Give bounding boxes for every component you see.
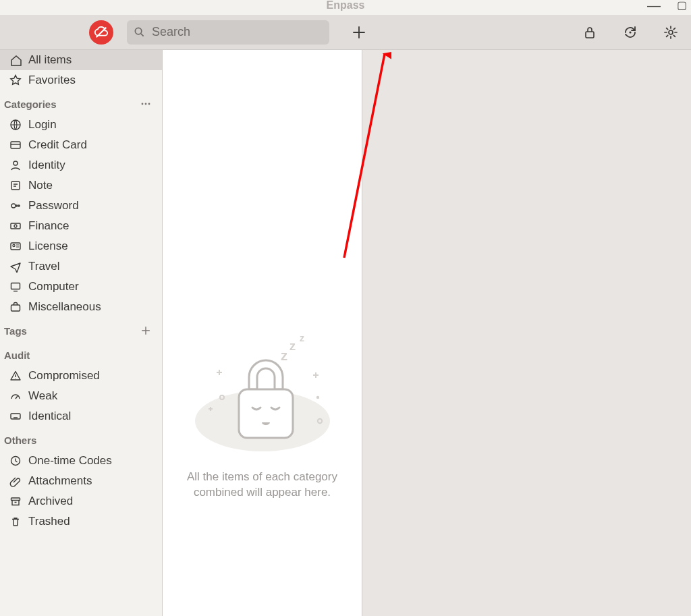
sidebar-item-label: Identical (28, 410, 71, 423)
star-icon (9, 74, 22, 86)
person-icon (9, 159, 22, 171)
cloud-sync-disabled-button[interactable] (89, 20, 113, 45)
card-icon (9, 139, 22, 151)
sidebar-item-label: Finance (28, 219, 69, 233)
more-icon (140, 98, 152, 110)
lock-icon (582, 25, 597, 40)
plus-icon (352, 25, 366, 40)
svg-rect-24 (239, 389, 293, 438)
sidebar-item-label: Travel (28, 260, 60, 273)
clock-icon (9, 455, 22, 467)
sidebar-item-identity[interactable]: Identity (0, 155, 162, 175)
home-icon (9, 54, 22, 66)
sidebar-item-label: Password (28, 199, 79, 213)
plane-icon (9, 260, 22, 273)
svg-rect-17 (586, 32, 594, 38)
sidebar-item-label: Miscellaneous (28, 300, 101, 314)
add-item-button[interactable] (344, 18, 374, 47)
gauge-icon (9, 390, 22, 402)
sidebar-item-note[interactable]: Note (0, 175, 162, 196)
trash-icon (9, 515, 22, 528)
sidebar-item-weak[interactable]: Weak (0, 386, 162, 406)
svg-text:z: z (300, 333, 304, 343)
window-maximize-button[interactable]: ▢ (677, 0, 687, 12)
sidebar-item-all-items[interactable]: All items (0, 50, 162, 70)
svg-point-19 (669, 30, 673, 34)
search-field[interactable] (127, 20, 329, 45)
archive-icon (9, 495, 22, 507)
idcard-icon (9, 240, 22, 252)
sidebar-item-password[interactable]: Password (0, 196, 162, 216)
window-title: Enpass (327, 0, 365, 11)
sidebar-item-label: Identity (28, 159, 65, 172)
empty-text-line-1: All the items of each category (187, 470, 337, 485)
sidebar-item-label: License (28, 240, 68, 253)
sidebar-item-miscellaneous[interactable]: Miscellaneous (0, 297, 162, 317)
sidebar-item-computer[interactable]: Computer (0, 277, 162, 297)
sidebar-item-label: Favorites (28, 74, 76, 87)
sidebar-item-label: Credit Card (28, 138, 87, 152)
sidebar: All items Favorites Categories Login Cre… (0, 50, 163, 616)
toolbar (0, 15, 691, 50)
svg-point-29 (316, 396, 319, 399)
search-icon (134, 26, 145, 38)
svg-point-22 (148, 103, 150, 105)
sync-button[interactable] (615, 18, 645, 47)
sidebar-item-identical[interactable]: Identical (0, 406, 162, 426)
sidebar-item-compromised[interactable]: Compromised (0, 366, 162, 386)
detail-pane (362, 50, 691, 616)
sidebar-item-label: Login (28, 118, 57, 132)
key-icon (9, 200, 22, 212)
svg-point-20 (142, 103, 144, 105)
briefcase-icon (9, 301, 22, 313)
cash-icon (9, 220, 22, 232)
svg-point-15 (135, 28, 141, 34)
keyboard-icon (9, 410, 22, 422)
sidebar-item-archived[interactable]: Archived (0, 491, 162, 511)
sidebar-item-license[interactable]: License (0, 236, 162, 256)
gear-icon (663, 25, 678, 40)
sidebar-item-label: Archived (28, 495, 73, 508)
svg-line-16 (141, 34, 144, 36)
warning-icon (9, 370, 22, 382)
monitor-icon (9, 281, 22, 293)
sidebar-item-favorites[interactable]: Favorites (0, 70, 162, 90)
settings-button[interactable] (656, 18, 686, 47)
audit-header: Audit (4, 349, 30, 361)
categories-menu-button[interactable] (139, 97, 153, 111)
titlebar: Enpass — ▢ (0, 0, 691, 15)
sidebar-item-attachments[interactable]: Attachments (0, 471, 162, 491)
svg-text:z: z (289, 339, 296, 353)
empty-illustration-icon: z z z (185, 333, 340, 455)
sync-icon (623, 25, 638, 40)
sidebar-item-label: Compromised (28, 369, 100, 383)
sidebar-item-credit-card[interactable]: Credit Card (0, 135, 162, 155)
search-input[interactable] (150, 24, 323, 40)
item-list-pane: z z z All the items of each category com… (163, 50, 362, 616)
tags-header: Tags (4, 325, 27, 337)
svg-point-18 (629, 31, 631, 33)
sidebar-item-label: Attachments (28, 474, 92, 488)
sidebar-item-login[interactable]: Login (0, 115, 162, 135)
plus-icon (140, 325, 151, 336)
empty-state: z z z All the items of each category com… (163, 333, 362, 501)
categories-header: Categories (4, 99, 57, 110)
sidebar-item-one-time-codes[interactable]: One-time Codes (0, 451, 162, 471)
others-header: Others (4, 435, 36, 446)
sidebar-item-label: All items (28, 53, 72, 67)
sidebar-item-finance[interactable]: Finance (0, 216, 162, 236)
sidebar-item-label: One-time Codes (28, 454, 112, 468)
sidebar-item-travel[interactable]: Travel (0, 256, 162, 277)
lock-button[interactable] (575, 18, 605, 47)
sidebar-item-label: Computer (28, 280, 79, 293)
note-icon (9, 179, 22, 192)
sidebar-item-trashed[interactable]: Trashed (0, 511, 162, 532)
paperclip-icon (9, 475, 22, 487)
sidebar-item-label: Note (28, 179, 53, 192)
add-tag-button[interactable] (139, 324, 153, 337)
svg-point-21 (145, 103, 147, 105)
window-minimize-button[interactable]: — (647, 0, 661, 12)
globe-icon (9, 119, 22, 131)
empty-text-line-2: combined will appear here. (187, 485, 337, 501)
svg-text:z: z (281, 348, 287, 363)
